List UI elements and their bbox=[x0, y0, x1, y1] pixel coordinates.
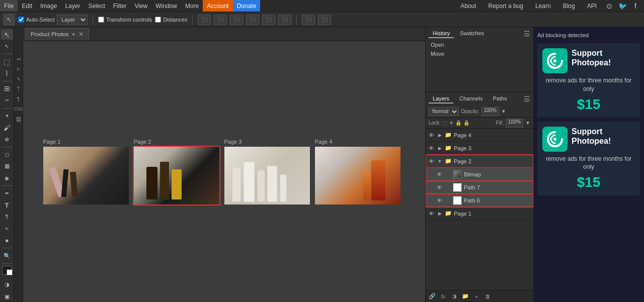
new-group-btn[interactable]: 📁 bbox=[461, 292, 470, 300]
lasso-tool[interactable]: ⌇ bbox=[1, 68, 13, 78]
new-layer-btn[interactable]: + bbox=[472, 292, 481, 300]
type-vertical-tool[interactable]: ¶ bbox=[1, 212, 13, 222]
tab-layers[interactable]: Layers bbox=[429, 94, 453, 104]
menu-file[interactable]: File bbox=[0, 0, 18, 12]
layer-page2-eye[interactable]: 👁 bbox=[428, 158, 435, 165]
history-item-open[interactable]: Open bbox=[426, 40, 533, 49]
layer-page4-expand[interactable]: ▶ bbox=[437, 132, 443, 138]
menu-blog[interactable]: Blog bbox=[559, 3, 579, 10]
side-icon-3[interactable]: ✎ bbox=[15, 75, 22, 82]
quick-mask-tool[interactable]: ◑ bbox=[1, 279, 13, 290]
pen-tool[interactable]: ✒ bbox=[1, 188, 13, 198]
twitter-icon[interactable]: 🐦 bbox=[618, 2, 627, 11]
page-3-thumb[interactable] bbox=[224, 147, 310, 205]
side-icon-5[interactable]: ¶ bbox=[15, 95, 22, 103]
menu-edit[interactable]: Edit bbox=[18, 0, 36, 12]
menu-account[interactable]: Account bbox=[203, 0, 232, 12]
facebook-icon[interactable]: f bbox=[631, 2, 640, 11]
layer-page3[interactable]: 👁 ▶ 📁 Page 3 bbox=[426, 142, 533, 155]
gradient-tool[interactable]: ▦ bbox=[1, 161, 13, 171]
tab-channels[interactable]: Channels bbox=[455, 94, 487, 104]
direct-select-tool[interactable]: ↖ bbox=[1, 41, 13, 51]
layer-path6-eye[interactable]: 👁 bbox=[436, 197, 443, 204]
tab-swatches[interactable]: Swatches bbox=[456, 29, 488, 38]
history-item-move[interactable]: Move bbox=[426, 49, 533, 58]
auto-select-checkbox[interactable] bbox=[18, 17, 24, 23]
add-mask-btn[interactable]: ◑ bbox=[450, 292, 459, 300]
brush-tool[interactable]: 🖌 bbox=[1, 122, 13, 133]
tab-history[interactable]: History bbox=[429, 29, 454, 38]
layer-page1[interactable]: 👁 ▶ 📁 Page 1 bbox=[426, 207, 533, 220]
menu-view[interactable]: View bbox=[130, 0, 151, 12]
layer-bitmap-eye[interactable]: 👁 bbox=[436, 171, 443, 178]
history-panel-menu[interactable]: ☰ bbox=[524, 30, 530, 38]
type-tool[interactable]: T bbox=[1, 200, 13, 211]
tab-paths[interactable]: Paths bbox=[489, 94, 511, 104]
layer-page3-expand[interactable]: ▶ bbox=[437, 145, 443, 151]
align-top-btn[interactable]: ⬛ bbox=[246, 15, 259, 25]
layer-page1-expand[interactable]: ▶ bbox=[437, 211, 443, 217]
layer-path7[interactable]: 👁 Path 7 bbox=[426, 181, 533, 194]
blur-tool[interactable]: ◉ bbox=[1, 173, 13, 183]
product-photos-tab[interactable]: Product Photos ✶ ✕ bbox=[25, 28, 89, 40]
side-icon-7[interactable]: 🖼 bbox=[15, 116, 22, 123]
menu-learn[interactable]: Learn bbox=[531, 3, 555, 10]
opacity-value[interactable]: 100% bbox=[481, 107, 499, 116]
fill-value[interactable]: 100% bbox=[506, 119, 523, 128]
ad-card-2[interactable]: Support Photopea! remove ads for three m… bbox=[537, 122, 640, 196]
blend-mode-select[interactable]: Normal Multiply Screen bbox=[429, 107, 459, 116]
ad-card-1[interactable]: Support Photopea! remove ads for three m… bbox=[537, 43, 640, 118]
menu-select[interactable]: Select bbox=[84, 0, 109, 12]
menu-api[interactable]: API bbox=[583, 3, 601, 10]
auto-select-type[interactable]: Layer Group bbox=[57, 15, 88, 25]
foreground-color[interactable] bbox=[2, 266, 12, 275]
layer-page4[interactable]: 👁 ▶ 📁 Page 4 bbox=[426, 129, 533, 142]
menu-donate[interactable]: Donate bbox=[233, 0, 261, 12]
lock-artboard-icon[interactable]: 🔒 bbox=[455, 120, 461, 126]
distribute-v-btn[interactable]: ⬛ bbox=[318, 15, 331, 25]
menu-filter[interactable]: Filter bbox=[109, 0, 131, 12]
page-1-thumb[interactable] bbox=[43, 147, 129, 205]
marquee-tool[interactable]: ⬚ bbox=[1, 56, 13, 67]
screen-mode-tool[interactable]: ▣ bbox=[1, 291, 13, 302]
canvas-viewport[interactable]: Page 1 Page 2 bbox=[23, 41, 425, 302]
path-select-tool[interactable]: ↖ bbox=[1, 223, 13, 234]
reddit-icon[interactable]: ⊙ bbox=[605, 2, 614, 11]
selection-tool[interactable]: ↖ bbox=[1, 29, 13, 40]
menu-more[interactable]: More bbox=[181, 0, 203, 12]
menu-about[interactable]: About bbox=[456, 3, 480, 10]
clone-tool[interactable]: ⊕ bbox=[1, 134, 13, 144]
link-layers-btn[interactable]: 🔗 bbox=[428, 292, 437, 300]
menu-image[interactable]: Image bbox=[36, 0, 61, 12]
layer-page4-eye[interactable]: 👁 bbox=[428, 132, 435, 139]
distribute-h-btn[interactable]: ⬛ bbox=[302, 15, 315, 25]
add-style-btn[interactable]: fx bbox=[439, 292, 448, 300]
eraser-tool[interactable]: ◻ bbox=[1, 149, 13, 160]
zoom-tool[interactable]: 🔍 bbox=[1, 250, 13, 261]
layers-panel-menu[interactable]: ☰ bbox=[524, 95, 530, 103]
layer-page2-expand[interactable]: ▼ bbox=[437, 158, 443, 164]
distances-checkbox[interactable] bbox=[155, 17, 161, 23]
slice-tool[interactable]: ✂ bbox=[1, 95, 13, 106]
menu-layer[interactable]: Layer bbox=[61, 0, 84, 12]
side-icon-6[interactable]: CSS bbox=[15, 106, 22, 113]
lock-position-icon[interactable]: ✛ bbox=[449, 120, 453, 126]
layer-bitmap[interactable]: 👁 Bitmap bbox=[426, 168, 533, 181]
align-left-btn[interactable]: ⬛ bbox=[198, 15, 211, 25]
align-right-btn[interactable]: ⬛ bbox=[230, 15, 243, 25]
menu-report-bug[interactable]: Report a bug bbox=[485, 3, 527, 10]
align-bottom-btn[interactable]: ⬛ bbox=[278, 15, 291, 25]
side-icon-4[interactable]: T bbox=[15, 85, 22, 92]
fill-arrow[interactable]: ▼ bbox=[525, 120, 530, 126]
lock-all-icon[interactable]: 🔒 bbox=[463, 120, 469, 126]
layer-page3-eye[interactable]: 👁 bbox=[428, 145, 435, 152]
side-icon-1[interactable]: ⇔ bbox=[15, 55, 22, 62]
layer-page2[interactable]: 👁 ▼ 📁 Page 2 bbox=[426, 155, 533, 168]
move-tool-btn[interactable]: ↖ bbox=[3, 14, 15, 26]
layer-path6[interactable]: 👁 Path 6 bbox=[426, 194, 533, 207]
lock-pixels-icon[interactable]: ⬚ bbox=[443, 120, 447, 126]
layer-page1-eye[interactable]: 👁 bbox=[428, 210, 435, 217]
delete-layer-btn[interactable]: 🗑 bbox=[483, 292, 492, 300]
shape-tool[interactable]: ■ bbox=[1, 235, 13, 246]
opacity-arrow[interactable]: ▼ bbox=[501, 109, 506, 114]
